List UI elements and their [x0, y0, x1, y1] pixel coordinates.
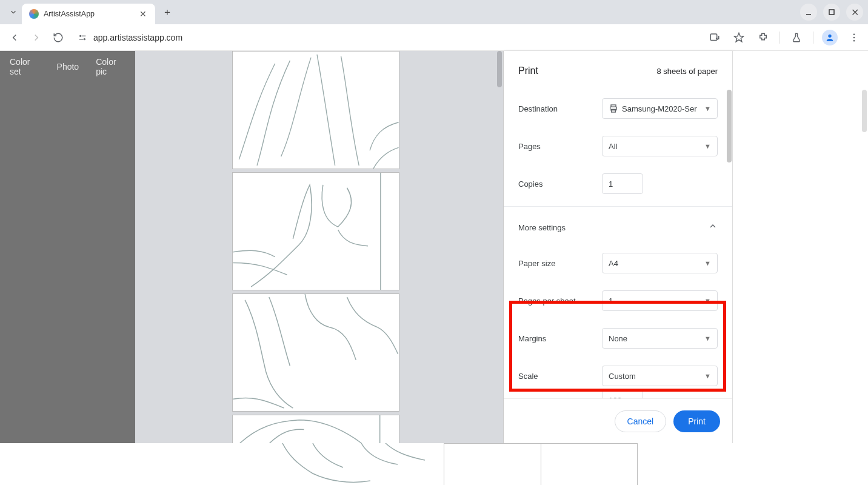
back-button[interactable]	[6, 29, 23, 46]
pages-select[interactable]: All ▼	[602, 136, 718, 156]
chevron-down-icon: ▼	[704, 259, 711, 267]
maximize-button[interactable]	[823, 4, 840, 21]
copies-label: Copies	[518, 179, 597, 189]
bookmark-icon[interactable]	[731, 30, 747, 45]
svg-point-9	[828, 34, 831, 37]
menu-icon[interactable]	[846, 30, 862, 45]
pages-per-sheet-label: Pages per sheet	[518, 296, 597, 306]
svg-rect-1	[829, 10, 834, 15]
right-blank-panel	[733, 51, 868, 443]
print-dialog: Print 8 sheets of paper Destination Sams…	[504, 51, 733, 443]
app-tab-colorpic[interactable]: Color pic	[96, 57, 125, 76]
address-bar[interactable]: app.artistassistapp.com	[72, 28, 702, 47]
svg-marker-8	[735, 33, 744, 41]
pages-label: Pages	[518, 142, 597, 151]
tab-favicon	[29, 9, 39, 19]
sheets-count: 8 sheets of paper	[657, 67, 718, 76]
right-scrollbar[interactable]	[862, 90, 867, 132]
app-tab-photo[interactable]: Photo	[57, 62, 79, 72]
background-content	[0, 443, 868, 485]
cancel-button[interactable]: Cancel	[615, 410, 667, 432]
close-tab-icon[interactable]: ✕	[138, 9, 148, 19]
labs-icon[interactable]	[789, 30, 804, 45]
chevron-down-icon: ▼	[704, 142, 711, 150]
svg-point-10	[853, 33, 855, 35]
scale-select[interactable]: Custom ▼	[602, 366, 718, 386]
extensions-icon[interactable]	[755, 30, 771, 45]
tab-title: ArtistAssistApp	[44, 10, 133, 18]
chevron-down-icon: ▼	[704, 297, 711, 304]
svg-point-4	[84, 38, 85, 39]
print-button[interactable]: Print	[673, 410, 720, 432]
preview-page	[232, 51, 399, 169]
chevron-down-icon: ▼	[704, 335, 711, 342]
minimize-button[interactable]	[800, 4, 817, 21]
svg-point-12	[853, 39, 855, 41]
margins-label: Margins	[518, 334, 597, 343]
chevron-down-icon: ▼	[704, 372, 711, 380]
close-window-button[interactable]: ✕	[846, 4, 863, 21]
more-settings-toggle[interactable]: More settings	[512, 210, 724, 244]
browser-tab[interactable]: ArtistAssistApp ✕	[22, 4, 155, 24]
profile-avatar[interactable]	[822, 30, 838, 45]
pages-per-sheet-select[interactable]: 1 ▼	[602, 290, 718, 311]
new-tab-button[interactable]: ＋	[159, 4, 176, 21]
modal-overlay-left: Color set Photo Color pic	[0, 51, 135, 485]
install-app-icon[interactable]	[707, 30, 723, 45]
svg-rect-6	[710, 34, 717, 41]
browser-toolbar: app.artistassistapp.com	[0, 24, 868, 51]
print-title: Print	[518, 65, 538, 76]
destination-label: Destination	[518, 104, 597, 113]
background-grid	[444, 443, 638, 485]
chevron-down-icon: ▼	[704, 105, 711, 112]
scale-label: Scale	[518, 372, 597, 381]
reload-button[interactable]	[50, 29, 67, 46]
background-sketch	[276, 443, 434, 485]
paper-size-select[interactable]: A4 ▼	[602, 253, 718, 273]
scale-input[interactable]	[602, 390, 643, 398]
browser-tab-strip: ArtistAssistApp ✕ ＋ ✕	[0, 0, 868, 24]
destination-select[interactable]: Samsung-M2020-Ser ▼	[602, 98, 718, 119]
preview-scrollbar[interactable]	[496, 51, 503, 443]
svg-point-11	[853, 36, 855, 38]
site-settings-icon[interactable]	[78, 33, 87, 42]
print-preview-area	[135, 51, 504, 443]
chevron-up-icon	[708, 221, 718, 233]
forward-button[interactable]	[28, 29, 45, 46]
svg-point-2	[80, 35, 81, 36]
paper-size-label: Paper size	[518, 259, 597, 268]
margins-select[interactable]: None ▼	[602, 328, 718, 349]
app-tab-colorset[interactable]: Color set	[10, 57, 40, 76]
copies-input[interactable]	[602, 173, 643, 194]
url-text: app.artistassistapp.com	[93, 33, 182, 42]
printer-icon	[609, 104, 618, 113]
preview-page	[232, 415, 399, 443]
window-controls: ✕	[800, 4, 863, 21]
preview-page	[232, 293, 399, 412]
preview-page	[232, 172, 399, 290]
settings-scrollbar[interactable]	[726, 90, 732, 398]
tab-search-dropdown[interactable]	[5, 4, 22, 21]
